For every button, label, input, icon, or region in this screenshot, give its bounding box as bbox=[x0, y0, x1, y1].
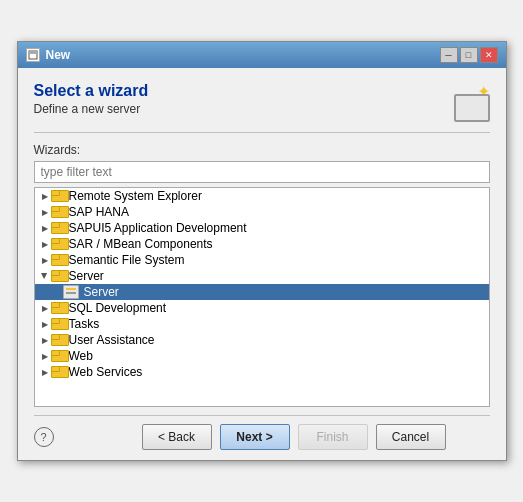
window-icon bbox=[26, 48, 40, 62]
folder-icon bbox=[51, 366, 67, 378]
item-label: Web Services bbox=[69, 365, 143, 379]
cancel-button[interactable]: Cancel bbox=[376, 424, 446, 450]
item-label: SQL Development bbox=[69, 301, 167, 315]
tree-item-server-folder[interactable]: ▶ Server bbox=[35, 268, 489, 284]
tree-item-web[interactable]: ▶ Web bbox=[35, 348, 489, 364]
item-label: Server bbox=[69, 269, 104, 283]
tree-item-sap-hana[interactable]: ▶ SAP HANA bbox=[35, 204, 489, 220]
item-label: Web bbox=[69, 349, 93, 363]
folder-icon bbox=[51, 270, 67, 282]
item-label: Tasks bbox=[69, 317, 100, 331]
item-label: Remote System Explorer bbox=[69, 189, 202, 203]
arrow-icon: ▶ bbox=[39, 238, 51, 250]
header-icon: ✦ bbox=[442, 82, 490, 122]
close-button[interactable]: ✕ bbox=[480, 47, 498, 63]
arrow-icon: ▶ bbox=[39, 222, 51, 234]
finish-button[interactable]: Finish bbox=[298, 424, 368, 450]
button-row: ? < Back Next > Finish Cancel bbox=[34, 415, 490, 450]
folder-icon bbox=[51, 318, 67, 330]
filter-input[interactable] bbox=[34, 161, 490, 183]
item-label: Semantic File System bbox=[69, 253, 185, 267]
item-label: SAR / MBean Components bbox=[69, 237, 213, 251]
tree-item-server-leaf[interactable]: Server bbox=[35, 284, 489, 300]
folder-icon bbox=[51, 334, 67, 346]
title-bar-left: New bbox=[26, 48, 71, 62]
window-title: New bbox=[46, 48, 71, 62]
dialog-window: New ─ □ ✕ Select a wizard Define a new s… bbox=[17, 41, 507, 461]
header-section: Select a wizard Define a new server ✦ bbox=[34, 82, 490, 122]
wizard-tree[interactable]: ▶ Remote System Explorer ▶ SAP HANA ▶ SA… bbox=[34, 187, 490, 407]
tree-item-sar-mbean[interactable]: ▶ SAR / MBean Components bbox=[35, 236, 489, 252]
tree-item-tasks[interactable]: ▶ Tasks bbox=[35, 316, 489, 332]
item-label: SAPUI5 Application Development bbox=[69, 221, 247, 235]
folder-icon bbox=[51, 222, 67, 234]
arrow-icon: ▶ bbox=[39, 302, 51, 314]
wizards-label: Wizards: bbox=[34, 143, 490, 157]
title-bar: New ─ □ ✕ bbox=[18, 42, 506, 68]
back-button[interactable]: < Back bbox=[142, 424, 212, 450]
folder-icon bbox=[51, 238, 67, 250]
dialog-title: Select a wizard bbox=[34, 82, 149, 100]
monitor-icon bbox=[454, 94, 490, 122]
arrow-icon: ▶ bbox=[39, 350, 51, 362]
navigation-buttons: < Back Next > Finish Cancel bbox=[142, 424, 446, 450]
tree-item-user-assistance[interactable]: ▶ User Assistance bbox=[35, 332, 489, 348]
tree-item-remote-system-explorer[interactable]: ▶ Remote System Explorer bbox=[35, 188, 489, 204]
arrow-icon: ▶ bbox=[39, 366, 51, 378]
maximize-button[interactable]: □ bbox=[460, 47, 478, 63]
window-controls: ─ □ ✕ bbox=[440, 47, 498, 63]
header-divider bbox=[34, 132, 490, 133]
item-label: User Assistance bbox=[69, 333, 155, 347]
folder-icon bbox=[51, 190, 67, 202]
header-text: Select a wizard Define a new server bbox=[34, 82, 149, 116]
folder-icon bbox=[51, 254, 67, 266]
arrow-icon: ▶ bbox=[39, 270, 51, 282]
svg-rect-1 bbox=[29, 51, 37, 54]
next-button[interactable]: Next > bbox=[220, 424, 290, 450]
arrow-icon: ▶ bbox=[39, 254, 51, 266]
dialog-subtitle: Define a new server bbox=[34, 102, 149, 116]
item-label: Server bbox=[84, 285, 119, 299]
tree-item-web-services[interactable]: ▶ Web Services bbox=[35, 364, 489, 380]
arrow-icon: ▶ bbox=[39, 206, 51, 218]
arrow-icon: ▶ bbox=[39, 334, 51, 346]
arrow-icon: ▶ bbox=[39, 318, 51, 330]
help-button[interactable]: ? bbox=[34, 427, 54, 447]
server-leaf-icon bbox=[63, 285, 79, 299]
folder-icon bbox=[51, 350, 67, 362]
dialog-content: Select a wizard Define a new server ✦ Wi… bbox=[18, 68, 506, 460]
arrow-icon: ▶ bbox=[39, 190, 51, 202]
folder-icon bbox=[51, 302, 67, 314]
item-label: SAP HANA bbox=[69, 205, 129, 219]
folder-icon bbox=[51, 206, 67, 218]
minimize-button[interactable]: ─ bbox=[440, 47, 458, 63]
tree-item-sql-development[interactable]: ▶ SQL Development bbox=[35, 300, 489, 316]
tree-item-sapui5[interactable]: ▶ SAPUI5 Application Development bbox=[35, 220, 489, 236]
tree-item-semantic-file-system[interactable]: ▶ Semantic File System bbox=[35, 252, 489, 268]
